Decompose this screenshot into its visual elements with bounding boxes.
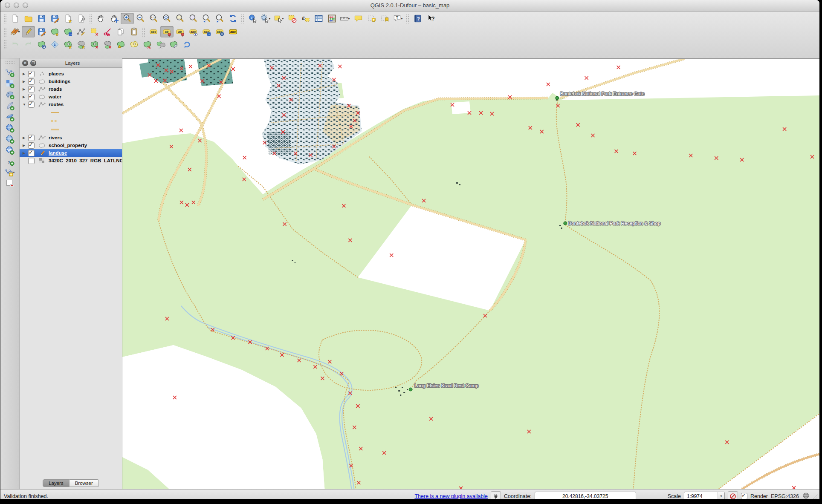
move-feature-button[interactable]: → <box>61 26 75 37</box>
redo-button[interactable] <box>22 39 35 50</box>
layer-item-landuse[interactable]: ▶landuse <box>20 149 122 157</box>
identify-features-button[interactable]: i <box>246 13 259 24</box>
layer-item-roads[interactable]: ▶roads <box>20 85 122 93</box>
zoom-full-extent-button[interactable] <box>160 13 174 24</box>
run-feature-action-button[interactable]: ▼ <box>259 13 272 24</box>
reshape-features-button[interactable] <box>114 39 127 50</box>
layer-item-school_property[interactable]: ▶school_property <box>20 141 122 149</box>
layer-visibility-checkbox[interactable] <box>28 86 35 92</box>
pan-map-button[interactable] <box>94 13 107 24</box>
composer-manager-button[interactable] <box>75 13 88 24</box>
layer-item-water[interactable]: ▶water <box>20 93 122 101</box>
zoom-last-button[interactable] <box>200 13 213 24</box>
field-calculator-button[interactable] <box>325 13 339 24</box>
zoom-out-button[interactable] <box>134 13 147 24</box>
expand-arrow-icon[interactable]: ▶ <box>23 80 28 84</box>
save-project-button[interactable] <box>35 13 48 24</box>
select-features-dropdown-icon[interactable]: ▼ <box>281 17 285 20</box>
layer-item-routes[interactable]: ▼routes <box>20 101 122 108</box>
layer-visibility-checkbox[interactable] <box>28 94 35 100</box>
zoom-next-button[interactable] <box>213 13 226 24</box>
expand-arrow-icon[interactable]: ▼ <box>23 103 28 107</box>
zoom-window-button[interactable] <box>23 3 28 8</box>
toolbar-handle[interactable] <box>241 14 245 23</box>
toolbar-handle[interactable] <box>3 27 7 37</box>
toolbar-handle[interactable] <box>3 14 7 23</box>
pan-to-selection-button[interactable] <box>107 13 121 24</box>
whats-this-button[interactable]: ? <box>424 13 437 24</box>
add-postgis-layer-button[interactable] <box>3 89 17 100</box>
select-features-button[interactable]: ▼ <box>272 13 286 24</box>
pin-unpin-labels-button[interactable]: ab <box>160 26 174 37</box>
add-vector-layer-button[interactable] <box>3 67 17 78</box>
layer-item-3420C_2010_327_RGB_LATLNG[interactable]: 3420C_2010_327_RGB_LATLNG <box>20 157 122 164</box>
show-hide-labels-button[interactable]: abc <box>187 26 200 37</box>
add-delimited-text-layer-button[interactable]: , <box>3 156 17 167</box>
expand-arrow-icon[interactable]: ▶ <box>23 144 28 147</box>
copy-features-button[interactable] <box>114 26 127 37</box>
layer-visibility-checkbox[interactable] <box>28 150 35 156</box>
layer-visibility-checkbox[interactable] <box>28 135 35 141</box>
undo-button[interactable] <box>9 39 22 50</box>
simplify-feature-button[interactable] <box>48 39 61 50</box>
run-feature-action-dropdown-icon[interactable]: ▼ <box>268 17 272 20</box>
rotate-point-symbols-button[interactable] <box>180 39 194 50</box>
change-label-button[interactable]: abc <box>226 26 240 37</box>
new-project-button[interactable] <box>9 13 22 24</box>
layer-labeling-options-button[interactable]: abc <box>147 26 160 37</box>
highlight-pinned-labels-button[interactable]: ab <box>174 26 187 37</box>
expand-arrow-icon[interactable]: ▶ <box>23 87 28 91</box>
close-panel-icon[interactable]: ✕ <box>22 60 28 66</box>
show-bookmarks-button[interactable] <box>378 13 391 24</box>
measure-line-dropdown-icon[interactable]: ▼ <box>347 17 351 20</box>
title-bar[interactable]: QGIS 2.0.1-Dufour – basic_map <box>0 0 819 12</box>
offset-curve-button[interactable] <box>127 39 141 50</box>
current-edits-button[interactable]: ▼ <box>9 26 22 37</box>
add-feature-button[interactable]: ★ <box>48 26 61 37</box>
new-shapefile-layer-dropdown-icon[interactable]: ▼ <box>12 171 16 174</box>
text-annotation-dropdown-icon[interactable]: ▼ <box>400 17 404 20</box>
save-project-as-button[interactable] <box>48 13 61 24</box>
layer-visibility-checkbox[interactable] <box>28 101 35 108</box>
cut-features-button[interactable] <box>101 26 114 37</box>
delete-part-button[interactable]: × <box>101 39 114 50</box>
tab-browser[interactable]: Browser <box>69 479 99 487</box>
add-part-button[interactable]: ★ <box>75 39 88 50</box>
layer-visibility-checkbox[interactable] <box>28 142 35 149</box>
toolbar-handle[interactable] <box>3 40 7 49</box>
map-tips-button[interactable] <box>352 13 365 24</box>
merge-feature-attributes-button[interactable] <box>167 39 180 50</box>
close-window-button[interactable] <box>5 3 10 8</box>
layer-visibility-checkbox[interactable] <box>28 158 35 164</box>
delete-ring-button[interactable]: × <box>88 39 101 50</box>
toolbar-handle[interactable] <box>5 61 14 64</box>
toolbar-handle[interactable] <box>142 27 146 37</box>
rotate-feature-button[interactable] <box>35 39 48 50</box>
new-bookmark-button[interactable] <box>365 13 378 24</box>
layer-item-places[interactable]: ▶places <box>20 70 122 78</box>
zoom-actual-size-button[interactable]: 1:1 <box>147 13 160 24</box>
toggle-editing-button[interactable] <box>22 26 35 37</box>
tab-layers[interactable]: Layers <box>43 479 69 487</box>
layer-item-rivers[interactable]: ▶rivers <box>20 134 122 141</box>
add-spatialite-layer-button[interactable] <box>3 100 17 111</box>
text-annotation-button[interactable]: T▼ <box>391 13 405 24</box>
toolbar-handle[interactable] <box>406 14 410 23</box>
split-features-button[interactable] <box>141 39 154 50</box>
render-checkbox[interactable] <box>741 493 747 499</box>
move-label-button[interactable]: abc→ <box>200 26 213 37</box>
add-ring-button[interactable]: ★ <box>61 39 75 50</box>
new-shapefile-layer-button[interactable]: ✳▼ <box>3 167 17 178</box>
save-layer-edits-button[interactable] <box>35 26 48 37</box>
refresh-map-button[interactable] <box>226 13 240 24</box>
remove-layer-button[interactable] <box>3 178 17 189</box>
expand-arrow-icon[interactable]: ▶ <box>23 136 28 140</box>
toolbar-handle[interactable] <box>89 14 93 23</box>
minimize-window-button[interactable] <box>14 3 19 8</box>
zoom-to-selection-button[interactable] <box>174 13 187 24</box>
deselect-features-button[interactable] <box>286 13 299 24</box>
add-raster-layer-button[interactable] <box>3 78 17 89</box>
open-project-button[interactable] <box>22 13 35 24</box>
add-wms-layer-button[interactable] <box>3 122 17 133</box>
paste-features-button[interactable] <box>127 26 141 37</box>
